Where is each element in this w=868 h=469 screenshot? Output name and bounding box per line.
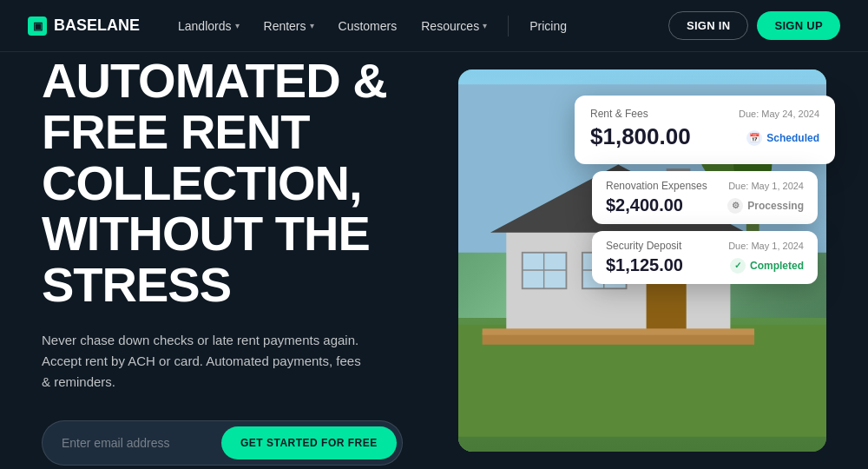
card-row-deposit: $1,125.00 ✓ Completed xyxy=(606,255,804,275)
navbar: ▣ BASELANE Landlords ▾ Renters ▾ Custome… xyxy=(0,0,868,52)
card-label-renovation: Renovation Expenses xyxy=(606,180,707,192)
nav-renters[interactable]: Renters ▾ xyxy=(253,14,325,38)
nav-landlords[interactable]: Landlords ▾ xyxy=(168,14,250,38)
svg-rect-15 xyxy=(647,276,687,333)
card-amount-renovation: $2,400.00 xyxy=(606,195,683,215)
chevron-down-icon: ▾ xyxy=(483,21,487,30)
scheduled-icon: 📅 xyxy=(746,130,762,146)
processing-icon: ⚙ xyxy=(727,198,743,214)
card-amount-deposit: $1,125.00 xyxy=(606,255,683,275)
chevron-down-icon: ▾ xyxy=(235,21,240,30)
card-status-rent: 📅 Scheduled xyxy=(746,130,819,146)
get-started-button[interactable]: GET STARTED FOR FREE xyxy=(221,426,397,459)
hero-left: AUTOMATED & FREE RENT COLLECTION, WITHOU… xyxy=(42,56,458,466)
card-due-deposit: Due: May 1, 2024 xyxy=(728,241,804,251)
signup-button[interactable]: SIGN UP xyxy=(757,11,840,40)
nav-pricing[interactable]: Pricing xyxy=(519,14,577,38)
email-input[interactable] xyxy=(48,429,221,457)
nav-customers[interactable]: Customers xyxy=(328,14,408,38)
card-status-deposit: ✓ Completed xyxy=(730,258,804,274)
card-row-rent: $1,800.00 📅 Scheduled xyxy=(590,123,819,152)
brand-name: BASELANE xyxy=(54,17,140,35)
payment-cards: Rent & Fees Due: May 24, 2024 $1,800.00 … xyxy=(575,96,835,284)
nav-links: Landlords ▾ Renters ▾ Customers Resource… xyxy=(168,14,668,38)
completed-icon: ✓ xyxy=(730,258,746,274)
card-amount-rent: $1,800.00 xyxy=(590,123,691,150)
logo-icon: ▣ xyxy=(28,17,47,36)
nav-divider xyxy=(508,16,509,36)
card-due-renovation: Due: May 1, 2024 xyxy=(728,181,804,191)
card-row-renovation: $2,400.00 ⚙ Processing xyxy=(606,195,804,215)
svg-rect-17 xyxy=(483,328,754,334)
hero-cta-form: GET STARTED FOR FREE xyxy=(42,420,403,466)
card-label-deposit: Security Deposit xyxy=(606,240,681,252)
hero-right: Rent & Fees Due: May 24, 2024 $1,800.00 … xyxy=(458,69,826,452)
card-header-renovation: Renovation Expenses Due: May 1, 2024 xyxy=(606,180,804,192)
card-header-deposit: Security Deposit Due: May 1, 2024 xyxy=(606,240,804,252)
hero-section: AUTOMATED & FREE RENT COLLECTION, WITHOU… xyxy=(0,52,868,469)
card-label-rent: Rent & Fees xyxy=(590,108,648,120)
hero-subtitle: Never chase down checks or late rent pay… xyxy=(42,330,372,393)
status-label-rent: Scheduled xyxy=(766,132,819,144)
status-label-renovation: Processing xyxy=(747,200,804,212)
payment-card-deposit: Security Deposit Due: May 1, 2024 $1,125… xyxy=(592,231,818,284)
card-due-rent: Due: May 24, 2024 xyxy=(739,109,819,119)
hero-title: AUTOMATED & FREE RENT COLLECTION, WITHOU… xyxy=(42,56,424,311)
card-header-rent: Rent & Fees Due: May 24, 2024 xyxy=(590,108,819,120)
nav-resources[interactable]: Resources ▾ xyxy=(411,14,497,38)
payment-card-rent: Rent & Fees Due: May 24, 2024 $1,800.00 … xyxy=(575,96,835,164)
signin-button[interactable]: SIGN IN xyxy=(668,11,749,40)
card-status-renovation: ⚙ Processing xyxy=(727,198,804,214)
chevron-down-icon: ▾ xyxy=(310,21,314,30)
brand-logo[interactable]: ▣ BASELANE xyxy=(28,17,140,36)
nav-actions: SIGN IN SIGN UP xyxy=(668,11,840,40)
payment-card-renovation: Renovation Expenses Due: May 1, 2024 $2,… xyxy=(592,171,818,224)
status-label-deposit: Completed xyxy=(750,260,804,272)
